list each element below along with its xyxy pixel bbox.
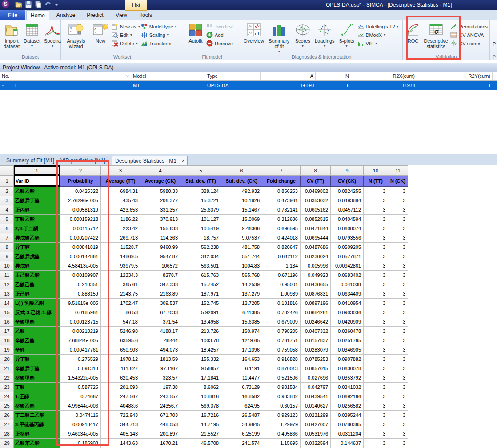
var-id-cell[interactable]: 乙酸己酯 — [14, 280, 60, 289]
model-type-button[interactable]: Model type — [141, 23, 177, 30]
value-cell[interactable]: 0.0256582 — [331, 401, 364, 411]
value-cell[interactable]: 0.424018 — [262, 233, 301, 243]
value-cell[interactable]: 1.15695 — [262, 439, 301, 448]
value-cell[interactable]: 370.913 — [140, 215, 180, 224]
value-cell[interactable]: 3 — [364, 308, 388, 317]
column-number[interactable]: 3 — [101, 166, 140, 176]
value-cell[interactable]: 3 — [388, 392, 408, 401]
value-cell[interactable]: 3 — [364, 429, 388, 439]
value-cell[interactable]: 365.61 — [101, 280, 140, 289]
value-cell[interactable]: 12.7205 — [221, 299, 262, 308]
value-cell[interactable]: 67.7033 — [140, 308, 180, 317]
value-cell[interactable]: 269.713 — [101, 233, 140, 243]
value-cell[interactable]: 0.0311204 — [331, 429, 364, 439]
row-number[interactable]: 16 — [0, 317, 14, 327]
value-cell[interactable]: 3 — [364, 280, 388, 289]
value-cell[interactable]: 0.0903036 — [331, 308, 364, 317]
value-cell[interactable]: 0.00218219 — [60, 327, 101, 336]
dmodx-button[interactable]: DModX — [357, 32, 399, 38]
value-cell[interactable]: 0.0407332 — [301, 327, 331, 336]
value-cell[interactable]: 0.0780365 — [331, 420, 364, 429]
column-number[interactable]: 9 — [331, 166, 364, 176]
value-cell[interactable]: 0.0605162 — [301, 205, 331, 215]
stat-column-header[interactable]: N (TT) — [364, 176, 388, 187]
value-cell[interactable]: 17.1841 — [180, 373, 221, 383]
value-cell[interactable]: 223.42 — [101, 224, 140, 233]
value-cell[interactable]: 0.0230024 — [301, 252, 331, 261]
value-cell[interactable]: 0.0283079 — [301, 345, 331, 355]
value-cell[interactable]: 3 — [364, 233, 388, 243]
list-popup[interactable]: List — [125, 0, 147, 11]
value-cell[interactable]: 0.000159218 — [60, 215, 101, 224]
value-cell[interactable]: 14869.5 — [101, 252, 140, 261]
row-number[interactable]: 17 — [0, 327, 14, 336]
value-cell[interactable]: 0.0469802 — [301, 187, 331, 196]
value-cell[interactable]: 137.279 — [221, 289, 262, 299]
value-cell[interactable]: 0.0246642 — [301, 317, 331, 327]
value-cell[interactable]: 0.000207422 — [60, 233, 101, 243]
value-cell[interactable]: 1978.12 — [101, 355, 140, 364]
value-cell[interactable]: 3 — [364, 383, 388, 392]
var-id-cell[interactable]: 异戊酸乙酯 — [14, 233, 60, 243]
value-cell[interactable]: 0.521506 — [262, 373, 301, 383]
value-cell[interactable]: 563.501 — [180, 261, 221, 271]
loadings-button[interactable]: Loadings — [313, 21, 336, 50]
value-cell[interactable]: 213.726 — [180, 327, 221, 336]
value-cell[interactable]: 201.093 — [101, 383, 140, 392]
value-cell[interactable]: 0.0471844 — [301, 224, 331, 233]
column-number[interactable]: 10 — [364, 166, 388, 176]
value-cell[interactable]: 620.453 — [101, 373, 140, 383]
value-cell[interactable]: 0.473961 — [262, 196, 301, 205]
value-cell[interactable]: 0.60157 — [262, 401, 301, 411]
value-cell[interactable]: 15.1467 — [221, 205, 262, 215]
value-cell[interactable]: 3 — [364, 401, 388, 411]
value-cell[interactable]: 26.5487 — [221, 411, 262, 420]
row-number[interactable]: 6 — [0, 224, 14, 233]
value-cell[interactable]: 0.0531976 — [301, 429, 331, 439]
value-cell[interactable]: 3 — [364, 439, 388, 448]
value-cell[interactable]: 722.943 — [101, 411, 140, 420]
add-button[interactable]: Add — [206, 32, 233, 38]
value-cell[interactable]: 4.58413e-005 — [60, 261, 101, 271]
var-id-cell[interactable]: 异戊醇 — [14, 261, 60, 271]
project-window-header[interactable]: Project Window - Active model: M1 (OPLS-… — [0, 62, 497, 72]
value-cell[interactable]: 0.0420909 — [331, 317, 364, 327]
var-id-cell[interactable]: 乙酸苯乙酯 — [14, 439, 60, 448]
var-id-cell[interactable]: 乙酸乙酯 — [14, 187, 60, 196]
remove-button[interactable]: Remove — [206, 40, 233, 47]
value-cell[interactable]: 671.703 — [140, 411, 180, 420]
value-cell[interactable]: 3 — [364, 345, 388, 355]
value-cell[interactable]: 0.0684261 — [301, 308, 331, 317]
value-cell[interactable]: 6.25199 — [221, 429, 262, 439]
var-id-cell[interactable]: 异丁酸 — [14, 355, 60, 364]
value-cell[interactable]: 3 — [364, 317, 388, 327]
value-cell[interactable]: 8278.7 — [140, 271, 180, 280]
row-number[interactable]: 1 — [0, 176, 14, 187]
value-cell[interactable]: 3 — [364, 252, 388, 261]
value-cell[interactable]: 3 — [388, 373, 408, 383]
value-cell[interactable]: 3 — [388, 187, 408, 196]
column-number[interactable]: 4 — [140, 166, 180, 176]
value-cell[interactable]: 0.0353792 — [331, 373, 364, 383]
undo-icon[interactable] — [44, 1, 52, 8]
var-id-cell[interactable]: 乙酸异戊酯 — [14, 252, 60, 261]
value-cell[interactable]: 3 — [388, 233, 408, 243]
column-number[interactable]: 1 — [14, 166, 60, 176]
analysis-wizard-button[interactable]: XY Analysis wizard — [63, 21, 89, 50]
value-cell[interactable]: 10.1926 — [221, 196, 262, 205]
value-cell[interactable]: 5980.33 — [140, 187, 180, 196]
value-cell[interactable]: 155.633 — [140, 224, 180, 233]
value-cell[interactable]: 0.679009 — [262, 317, 301, 327]
value-cell[interactable]: 3 — [388, 364, 408, 373]
value-cell[interactable]: 0.820647 — [262, 243, 301, 252]
copy-icon[interactable] — [35, 1, 42, 8]
value-cell[interactable]: 0.0439541 — [301, 392, 331, 401]
edit-button[interactable]: Edit — [112, 32, 140, 38]
value-cell[interactable]: 1.54322e-005 — [60, 373, 101, 383]
value-cell[interactable]: 0.0427007 — [301, 420, 331, 429]
value-cell[interactable]: 0.0876831 — [301, 289, 331, 299]
value-cell[interactable]: 3 — [388, 224, 408, 233]
value-cell[interactable]: 0.00942861 — [331, 261, 364, 271]
value-cell[interactable]: 0.210351 — [60, 280, 101, 289]
value-cell[interactable]: 15.0069 — [221, 215, 262, 224]
